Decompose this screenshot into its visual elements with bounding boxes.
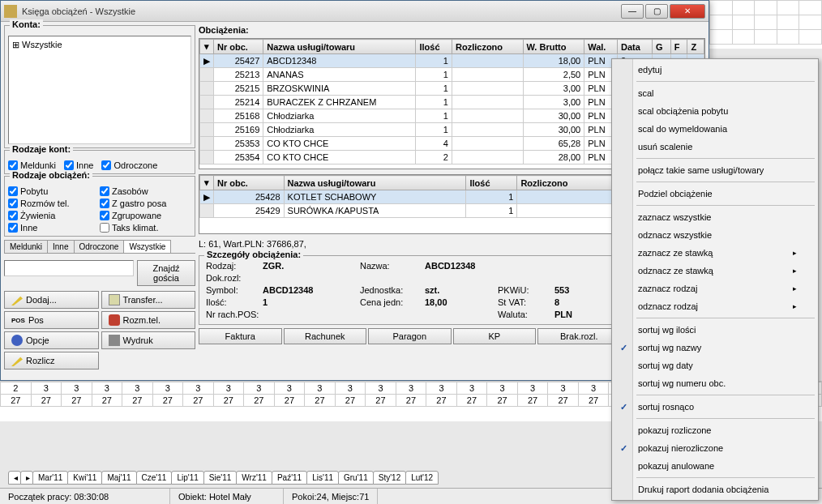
scroll-left[interactable]: ◂ bbox=[8, 471, 21, 485]
transfer-icon bbox=[109, 294, 120, 305]
app-icon bbox=[4, 5, 17, 18]
pencil-icon bbox=[11, 355, 23, 366]
close-button[interactable]: ✕ bbox=[670, 4, 705, 19]
rodzaje-obc-label: Rodzaje obciążeń: bbox=[10, 170, 92, 180]
obciazenia-label: Obciążenia: bbox=[199, 25, 705, 35]
status-start: Początek pracy: 08:30:08 bbox=[0, 489, 170, 504]
menu-zaznacz-rodzaj[interactable]: zaznacz rodzaj bbox=[614, 280, 816, 297]
month-tabs[interactable]: ◂ ▸ Mar'11Kwi'11Maj'11Cze'11Lip'11Sie'11… bbox=[8, 471, 438, 485]
chk-zgastroposa[interactable]: Z gastro posa bbox=[100, 199, 191, 208]
chk-meldunki[interactable]: Meldunki bbox=[8, 160, 56, 170]
menu-połącz-takie-same-usługi-towary[interactable]: połącz takie same usługi/towary bbox=[614, 161, 816, 179]
menu-odznacz-rodzaj[interactable]: odznacz rodzaj bbox=[614, 297, 816, 315]
tree-root[interactable]: Wszystkie bbox=[12, 40, 187, 50]
month-Paź'11[interactable]: Paź'11 bbox=[272, 471, 307, 485]
month-Maj'11[interactable]: Maj'11 bbox=[101, 471, 136, 485]
account-tabs[interactable]: MeldunkiInneOdroczoneWszystkie bbox=[4, 240, 195, 254]
chk-inne[interactable]: Inne bbox=[64, 160, 93, 170]
menu-pokazuj-anulowane[interactable]: pokazuj anulowane bbox=[614, 457, 816, 475]
tab-inne[interactable]: Inne bbox=[47, 240, 74, 253]
menu-edytuj[interactable]: edytuj bbox=[614, 61, 816, 79]
brak.rozl.-button[interactable]: Brak.rozl. bbox=[537, 328, 621, 344]
main-window: Księga obciążeń - Wszystkie — ▢ ✕ Konta:… bbox=[0, 0, 709, 381]
month-Sie'11[interactable]: Sie'11 bbox=[203, 471, 238, 485]
chk-odroczone[interactable]: Odroczone bbox=[101, 160, 157, 170]
menu-odznacz-ze-stawką[interactable]: odznacz ze stawką bbox=[614, 262, 816, 280]
menu-sortuj-wg-daty[interactable]: sortuj wg daty bbox=[614, 357, 816, 374]
chk-pobytu[interactable]: Pobytu bbox=[8, 186, 100, 196]
phone-button[interactable]: Rozm.tel. bbox=[101, 311, 196, 329]
minimize-button[interactable]: — bbox=[621, 4, 644, 19]
chk-ywienia[interactable]: Żywienia bbox=[8, 211, 100, 220]
transfer-button[interactable]: Transfer... bbox=[101, 291, 196, 309]
gear-icon bbox=[11, 335, 23, 346]
menu-sortuj-wg-numeru-obc-[interactable]: sortuj wg numeru obc. bbox=[614, 374, 816, 392]
month-Lut'12[interactable]: Lut'12 bbox=[405, 471, 439, 485]
scroll-right[interactable]: ▸ bbox=[20, 471, 33, 485]
month-Kwi'11[interactable]: Kwi'11 bbox=[67, 471, 102, 485]
chk-rozmwtel[interactable]: Rozmów tel. bbox=[8, 199, 100, 208]
menu-usuń-scalenie[interactable]: usuń scalenie bbox=[614, 138, 816, 156]
add-button[interactable]: Dodaj... bbox=[4, 291, 99, 309]
search-input[interactable] bbox=[4, 260, 134, 276]
pencil-icon bbox=[11, 294, 23, 305]
menu-drukuj-raport-dodania-obciążenia[interactable]: Drukuj raport dodania obciążenia bbox=[614, 481, 816, 498]
menu-scal[interactable]: scal bbox=[614, 84, 816, 102]
konta-label: Konta: bbox=[10, 19, 43, 29]
menu-pokazuj-nierozliczone[interactable]: pokazuj nierozliczone bbox=[614, 439, 816, 457]
menu-zaznacz-wszystkie[interactable]: zaznacz wszystkie bbox=[614, 208, 816, 226]
accounts-tree[interactable]: Wszystkie bbox=[8, 36, 191, 144]
chk-zasobw[interactable]: Zasobów bbox=[100, 186, 191, 196]
month-Gru'11[interactable]: Gru'11 bbox=[338, 471, 374, 485]
month-Lip'11[interactable]: Lip'11 bbox=[171, 471, 203, 485]
menu-sortuj-rosnąco[interactable]: sortuj rosnąco bbox=[614, 398, 816, 416]
printer-icon bbox=[109, 335, 120, 346]
menu-podziel-obciążenie[interactable]: Podziel obciążenie bbox=[614, 185, 816, 203]
pos-button[interactable]: POSPos bbox=[4, 311, 99, 329]
menu-scal-obciążenia-pobytu[interactable]: scal obciążenia pobytu bbox=[614, 102, 816, 120]
maximize-button[interactable]: ▢ bbox=[645, 4, 668, 19]
menu-sortuj-wg-ilości[interactable]: sortuj wg ilości bbox=[614, 321, 816, 339]
settle-button[interactable]: Rozlicz bbox=[4, 352, 99, 369]
context-menu[interactable]: edytujscalscal obciążenia pobytuscal do … bbox=[611, 58, 819, 501]
month-Cze'11[interactable]: Cze'11 bbox=[136, 471, 173, 485]
find-guest-button[interactable]: Znajdź gościa bbox=[137, 260, 195, 286]
tab-wszystkie[interactable]: Wszystkie bbox=[123, 240, 171, 253]
phone-icon bbox=[109, 314, 120, 326]
menu-sortuj-wg-nazwy[interactable]: sortuj wg nazwy bbox=[614, 339, 816, 357]
print-button[interactable]: Wydruk bbox=[101, 331, 196, 349]
chk-taksklimat[interactable]: Taks klimat. bbox=[100, 223, 191, 233]
month-Sty'12[interactable]: Sty'12 bbox=[373, 471, 406, 485]
chk-inne[interactable]: Inne bbox=[8, 223, 100, 233]
menu-odznacz-wszystkie[interactable]: odznacz wszystkie bbox=[614, 226, 816, 244]
window-title: Księga obciążeń - Wszystkie bbox=[22, 6, 621, 16]
status-rooms: Pokoi:24, Miejsc:71 bbox=[284, 489, 378, 504]
menu-zaznacz-ze-stawką[interactable]: zaznacz ze stawką bbox=[614, 244, 816, 262]
status-object: Obiekt: Hotel Mały bbox=[170, 489, 284, 504]
tab-meldunki[interactable]: Meldunki bbox=[4, 240, 48, 253]
menu-scal-do-wymeldowania[interactable]: scal do wymeldowania bbox=[614, 120, 816, 138]
background-spreadsheet bbox=[709, 0, 822, 49]
kp-button[interactable]: KP bbox=[453, 328, 537, 344]
month-Wrz'11[interactable]: Wrz'11 bbox=[236, 471, 272, 485]
paragon-button[interactable]: Paragon bbox=[368, 328, 452, 344]
menu-pokazuj-rozliczone[interactable]: pokazuj rozliczone bbox=[614, 421, 816, 439]
titlebar[interactable]: Księga obciążeń - Wszystkie — ▢ ✕ bbox=[1, 1, 709, 22]
tab-odroczone[interactable]: Odroczone bbox=[74, 240, 125, 253]
options-button[interactable]: Opcje bbox=[4, 331, 99, 349]
chk-zgrupowane[interactable]: Zgrupowane bbox=[100, 211, 191, 220]
month-Lis'11[interactable]: Lis'11 bbox=[306, 471, 339, 485]
month-Mar'11[interactable]: Mar'11 bbox=[32, 471, 68, 485]
rachunek-button[interactable]: Rachunek bbox=[284, 328, 367, 344]
faktura-button[interactable]: Faktura bbox=[199, 328, 282, 344]
rodzaje-kont-label: Rodzaje kont: bbox=[10, 144, 73, 154]
